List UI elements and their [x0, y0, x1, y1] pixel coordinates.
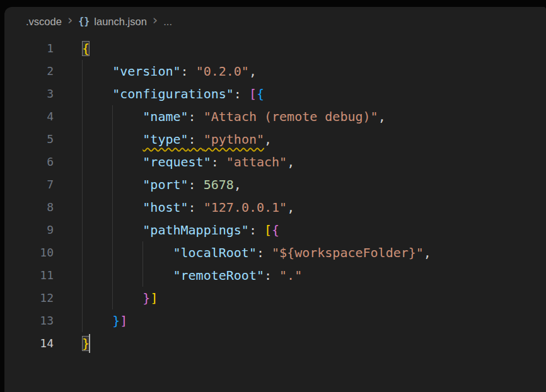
code-line[interactable]: 2"version": "0.2.0",: [4, 60, 546, 83]
line-number[interactable]: 12: [4, 287, 54, 309]
json-braces-icon: {}: [78, 16, 90, 27]
line-content[interactable]: }]: [82, 309, 546, 332]
code-token: :: [234, 86, 249, 101]
line-content[interactable]: "port": 5678,: [82, 173, 546, 196]
code-token: "version": [112, 64, 180, 79]
line-content[interactable]: "configurations": [{: [82, 83, 546, 105]
line-content[interactable]: "request": "attach",: [82, 151, 546, 173]
code-token: :: [189, 177, 204, 192]
breadcrumb: .vscode › {} launch.json › ...: [4, 11, 546, 32]
breadcrumb-symbol-path[interactable]: ...: [163, 16, 172, 28]
code-token: {: [272, 222, 279, 238]
code-token: :: [264, 268, 279, 283]
indent-guide: [82, 241, 83, 264]
line-number[interactable]: 9: [4, 219, 54, 241]
indent-guide: [112, 105, 113, 128]
code-token: :: [249, 222, 264, 238]
line-number[interactable]: 11: [4, 264, 54, 287]
code-token: ,: [424, 245, 431, 260]
indent-guide: [82, 264, 83, 287]
code-token: ]: [120, 313, 127, 328]
indent-guide: [82, 196, 83, 219]
line-number[interactable]: 8: [4, 196, 54, 219]
code-line[interactable]: 10"localRoot": "${workspaceFolder}",: [4, 241, 546, 264]
line-number[interactable]: 13: [4, 309, 54, 332]
code-line[interactable]: 8"host": "127.0.0.1",: [4, 196, 546, 219]
line-content[interactable]: "host": "127.0.0.1",: [82, 196, 546, 219]
code-token: ,: [264, 132, 272, 147]
indent-guide: [112, 264, 113, 287]
vscode-window: .vscode › {} launch.json › ... 1{2"versi…: [0, 0, 546, 392]
code-line[interactable]: 9"pathMappings": [{: [4, 219, 546, 241]
code-line[interactable]: 14}: [4, 332, 546, 355]
line-content[interactable]: "localRoot": "${workspaceFolder}",: [82, 241, 546, 264]
code-token: 5678: [204, 177, 234, 192]
code-token: ]: [150, 291, 158, 306]
line-number[interactable]: 4: [4, 105, 54, 128]
code-line[interactable]: 1{: [4, 37, 546, 60]
line-number[interactable]: 10: [4, 241, 54, 264]
code-token: ,: [287, 200, 294, 215]
line-number[interactable]: 5: [4, 128, 54, 151]
line-content[interactable]: "pathMappings": [{: [82, 219, 546, 241]
code-line[interactable]: 12}]: [4, 287, 546, 309]
code-token: :: [181, 64, 196, 79]
code-token: :: [189, 200, 204, 215]
line-number[interactable]: 3: [4, 83, 54, 105]
code-line[interactable]: 11"remoteRoot": ".": [4, 264, 546, 287]
indent-guide: [112, 219, 113, 241]
line-content[interactable]: "name": "Attach (remote debug)",: [82, 105, 546, 128]
line-number[interactable]: 1: [4, 37, 54, 60]
line-number[interactable]: 6: [4, 151, 54, 173]
indent-guide: [82, 173, 83, 196]
matched-bracket: {: [82, 41, 90, 56]
code-line[interactable]: 4"name": "Attach (remote debug)",: [4, 105, 546, 128]
code-token: "name": [142, 109, 188, 124]
line-content[interactable]: }: [82, 332, 546, 355]
code-token: }: [112, 313, 120, 328]
text-cursor: [89, 334, 90, 353]
breadcrumb-file[interactable]: launch.json: [94, 16, 146, 28]
code-token: [: [249, 86, 257, 101]
indent-guide: [82, 105, 83, 128]
indent-guide: [112, 196, 113, 219]
indent-guide: [82, 60, 83, 83]
code-token: ,: [234, 177, 241, 192]
line-content[interactable]: "version": "0.2.0",: [82, 60, 546, 83]
code-token: [: [264, 222, 272, 238]
indent-guide: [142, 264, 143, 287]
code-token: "request": [142, 154, 211, 170]
indent-guide: [82, 309, 83, 332]
line-content[interactable]: }]: [82, 287, 546, 309]
code-lines[interactable]: 1{2"version": "0.2.0",3"configurations":…: [4, 37, 546, 355]
code-line[interactable]: 13}]: [4, 309, 546, 332]
code-token: :: [189, 132, 204, 147]
line-number[interactable]: 7: [4, 173, 54, 196]
code-token: "python": [204, 132, 264, 147]
code-token: "localRoot": [173, 245, 256, 260]
code-token: "remoteRoot": [173, 268, 264, 283]
indent-guide: [112, 287, 113, 309]
code-token: "Attach (remote debug)": [204, 109, 378, 124]
code-token: "host": [142, 200, 188, 215]
code-token: "configurations": [112, 86, 234, 101]
breadcrumb-folder[interactable]: .vscode: [26, 16, 62, 28]
indent-guide: [112, 128, 113, 151]
code-token: {: [257, 86, 264, 101]
line-number[interactable]: 2: [4, 60, 54, 83]
code-token: ,: [249, 64, 257, 79]
code-token: "${workspaceFolder}": [272, 245, 424, 260]
line-content[interactable]: "remoteRoot": ".": [82, 264, 546, 287]
editor-pane: .vscode › {} launch.json › ... 1{2"versi…: [4, 7, 546, 392]
code-token: :: [257, 245, 272, 260]
line-number[interactable]: 14: [4, 332, 54, 355]
line-content[interactable]: {: [82, 37, 546, 60]
indent-guide: [142, 241, 143, 264]
code-token: ,: [287, 154, 294, 170]
code-line[interactable]: 7"port": 5678,: [4, 173, 546, 196]
code-line[interactable]: 3"configurations": [{: [4, 83, 546, 105]
code-token: "port": [142, 177, 188, 192]
line-content[interactable]: "type": "python",: [82, 128, 546, 151]
code-line[interactable]: 5"type": "python",: [4, 128, 546, 151]
code-line[interactable]: 6"request": "attach",: [4, 151, 546, 173]
